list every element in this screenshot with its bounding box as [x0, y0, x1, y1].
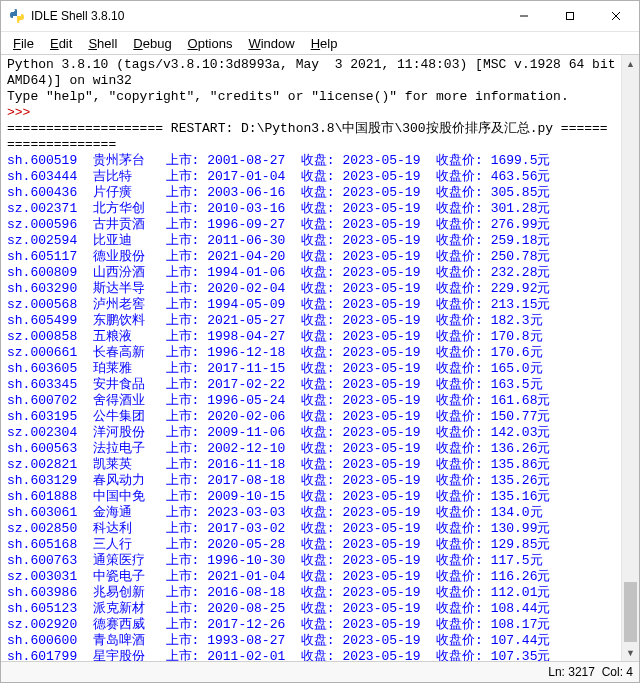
menubar: File Edit Shell Debug Options Window Hel… — [1, 32, 639, 54]
titlebar[interactable]: IDLE Shell 3.8.10 — [1, 1, 639, 32]
shell-text[interactable]: Python 3.8.10 (tags/v3.8.10:3d8993a, May… — [1, 55, 621, 661]
line-value: 3217 — [568, 665, 595, 679]
window-title: IDLE Shell 3.8.10 — [31, 9, 501, 23]
col-label: Col: — [602, 665, 623, 679]
scroll-down-button[interactable]: ▼ — [622, 644, 639, 661]
maximize-button[interactable] — [547, 1, 593, 31]
menu-window[interactable]: Window — [240, 34, 302, 53]
menu-debug[interactable]: Debug — [125, 34, 179, 53]
menu-help[interactable]: Help — [303, 34, 346, 53]
scroll-thumb[interactable] — [624, 582, 637, 642]
menu-edit[interactable]: Edit — [42, 34, 80, 53]
vertical-scrollbar[interactable]: ▲ ▼ — [621, 55, 639, 661]
idle-window: IDLE Shell 3.8.10 File Edit Shell Debug … — [0, 0, 640, 683]
svg-rect-3 — [567, 13, 574, 20]
app-icon — [9, 8, 25, 24]
close-button[interactable] — [593, 1, 639, 31]
shell-area: Python 3.8.10 (tags/v3.8.10:3d8993a, May… — [1, 54, 639, 661]
svg-point-1 — [19, 21, 20, 22]
scroll-up-button[interactable]: ▲ — [622, 55, 639, 72]
statusbar: Ln: 3217 Col: 4 — [1, 661, 639, 682]
scroll-track[interactable] — [622, 72, 639, 644]
minimize-button[interactable] — [501, 1, 547, 31]
col-value: 4 — [626, 665, 633, 679]
window-buttons — [501, 1, 639, 31]
menu-options[interactable]: Options — [180, 34, 241, 53]
line-label: Ln: — [548, 665, 565, 679]
svg-point-0 — [14, 10, 15, 11]
menu-file[interactable]: File — [5, 34, 42, 53]
menu-shell[interactable]: Shell — [80, 34, 125, 53]
